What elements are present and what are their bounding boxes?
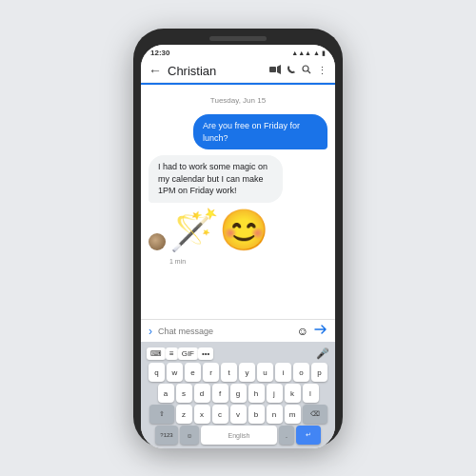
phone-notch	[209, 36, 267, 41]
keyboard-row-3: ⇧ z x c v b n m ⌫	[143, 405, 333, 424]
keyboard: ⌨ ≡ GIF ••• 🎤 q w e r t y u i o p	[141, 342, 335, 448]
key-n[interactable]: n	[267, 405, 283, 424]
backspace-key[interactable]: ⌫	[303, 405, 327, 424]
key-z[interactable]: z	[176, 405, 192, 424]
keyboard-toolbar: ⌨ ≡ GIF ••• 🎤	[143, 346, 333, 363]
date-divider: Tuesday, Jun 15	[149, 96, 327, 105]
sent-message-row: Are you free on Friday for lunch?	[149, 114, 327, 149]
key-f[interactable]: f	[212, 384, 228, 403]
sticker-emoji: 🪄😊	[169, 208, 268, 252]
emoji-button[interactable]: ☺	[297, 325, 308, 338]
stickers-btn[interactable]: ≡	[166, 347, 178, 360]
send-button[interactable]	[314, 324, 327, 338]
sticker-container: 🪄😊	[169, 210, 268, 250]
svg-marker-1	[277, 65, 281, 74]
message-timestamp: 1 min	[169, 258, 327, 265]
key-r[interactable]: r	[203, 363, 219, 382]
signal-icon: ▲▲▲	[291, 50, 311, 56]
video-call-icon[interactable]	[269, 65, 281, 76]
sent-bubble: Are you free on Friday for lunch?	[193, 114, 327, 149]
key-x[interactable]: x	[194, 405, 210, 424]
header-icons: ⋮	[269, 65, 327, 77]
sticker-row: 🪄😊	[149, 210, 327, 250]
key-v[interactable]: v	[230, 405, 247, 424]
app-header: ← Christian	[141, 59, 335, 83]
status-time: 12:30	[150, 49, 169, 57]
svg-point-2	[303, 66, 308, 71]
key-d[interactable]: d	[194, 384, 210, 403]
keyboard-row-2: a s d f g h j k l	[143, 384, 333, 403]
phone-screen: 12:30 ▲▲▲ ▲ ▮ ← Christian	[141, 45, 335, 448]
key-h[interactable]: h	[248, 384, 265, 403]
key-b[interactable]: b	[248, 405, 265, 424]
chat-area: Tuesday, Jun 15 Are you free on Friday f…	[141, 85, 335, 319]
key-a[interactable]: a	[158, 384, 174, 403]
key-y[interactable]: y	[239, 363, 255, 382]
svg-line-3	[308, 71, 311, 74]
key-c[interactable]: c	[212, 405, 228, 424]
more-kb-btn[interactable]: •••	[198, 347, 213, 360]
phone-call-icon[interactable]	[287, 65, 296, 76]
key-u[interactable]: u	[257, 363, 273, 382]
key-i[interactable]: i	[275, 363, 291, 382]
more-options-icon[interactable]: ⋮	[317, 65, 327, 77]
key-m[interactable]: m	[285, 405, 301, 424]
key-s[interactable]: s	[176, 384, 192, 403]
space-key[interactable]: English	[201, 426, 277, 445]
battery-icon: ▮	[322, 50, 326, 57]
phone-frame: 12:30 ▲▲▲ ▲ ▮ ← Christian	[133, 29, 343, 447]
search-icon[interactable]	[302, 65, 311, 76]
expand-icon[interactable]: ›	[149, 325, 152, 338]
status-icons: ▲▲▲ ▲ ▮	[291, 50, 326, 57]
keyboard-row-4: ?123 ☺ English . ↵	[143, 426, 333, 445]
received-bubble: I had to work some magic on my calendar …	[149, 155, 283, 203]
keyboard-row-1: q w e r t y u i o p	[143, 363, 333, 382]
input-area: › ☺	[141, 319, 335, 342]
numbers-key[interactable]: ?123	[155, 426, 178, 445]
message-input[interactable]	[158, 327, 291, 336]
contact-avatar	[149, 233, 166, 250]
key-k[interactable]: k	[285, 384, 301, 403]
microphone-icon[interactable]: 🎤	[316, 347, 329, 360]
key-q[interactable]: q	[149, 363, 165, 382]
key-w[interactable]: w	[167, 363, 183, 382]
return-key[interactable]: ↵	[296, 426, 321, 445]
key-e[interactable]: e	[185, 363, 201, 382]
received-message-row: I had to work some magic on my calendar …	[149, 155, 327, 203]
chat-title: Christian	[168, 64, 264, 78]
emoji-key[interactable]: ☺	[180, 426, 199, 445]
key-l[interactable]: l	[303, 384, 319, 403]
key-t[interactable]: t	[221, 363, 237, 382]
wifi-icon: ▲	[313, 50, 320, 56]
period-key[interactable]: .	[279, 426, 294, 445]
shift-key[interactable]: ⇧	[149, 405, 174, 424]
back-button[interactable]: ←	[149, 63, 162, 78]
keyboard-switch-btn[interactable]: ⌨	[147, 347, 166, 360]
svg-rect-0	[269, 67, 276, 72]
status-bar: 12:30 ▲▲▲ ▲ ▮	[141, 45, 335, 59]
key-g[interactable]: g	[230, 384, 247, 403]
key-p[interactable]: p	[311, 363, 327, 382]
key-o[interactable]: o	[293, 363, 309, 382]
gif-btn[interactable]: GIF	[178, 347, 198, 360]
key-j[interactable]: j	[267, 384, 283, 403]
